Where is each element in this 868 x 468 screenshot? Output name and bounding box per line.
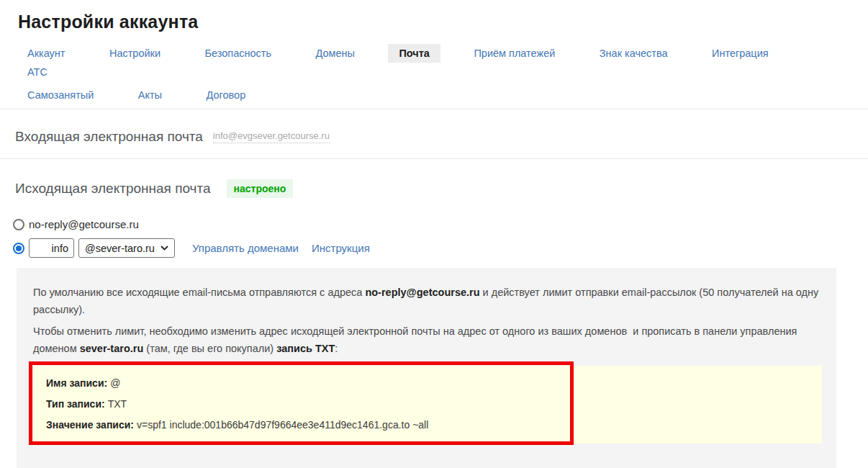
status-badge: настроено: [227, 179, 294, 198]
tab-payments[interactable]: Приём платежей: [474, 44, 555, 63]
tab-contract[interactable]: Договор: [206, 86, 245, 104]
info-box: По умолчанию все исходящие email-письма …: [17, 268, 836, 468]
tab-self-employed[interactable]: Самозанятый: [27, 86, 94, 104]
info-p2-text-2: (там, где вы его покупали): [143, 343, 276, 354]
dns-record-type-row: Тип записи:TXT: [46, 397, 809, 411]
mailbox-name-input[interactable]: [29, 238, 74, 258]
tab-acts[interactable]: Акты: [138, 86, 162, 104]
tab-ats[interactable]: АТС: [27, 63, 48, 81]
dns-record-value-label: Значение записи:: [46, 419, 134, 431]
dns-record-name-label: Имя записи:: [46, 377, 107, 389]
incoming-mail-section: Входящая электронная почта info@evgsever…: [15, 129, 868, 145]
manage-domains-link[interactable]: Управлять доменами: [192, 242, 299, 254]
account-settings-page: Настройки аккаунта Аккаунт Настройки Без…: [0, 0, 868, 468]
tab-security[interactable]: Безопасность: [205, 44, 272, 63]
tab-row-1: Аккаунт Настройки Безопасность Домены По…: [27, 44, 868, 81]
tabs-divider: [0, 109, 868, 109]
dns-record-name-row: Имя записи:@: [46, 376, 809, 390]
info-p1-text: По умолчанию все исходящие email-письма …: [33, 287, 365, 298]
domain-select-value: @sever-taro.ru: [85, 243, 155, 254]
dns-record-box: Имя записи:@ Тип записи:TXT Значение зап…: [33, 366, 822, 444]
dns-record-name-value: @: [110, 377, 120, 389]
tab-domains[interactable]: Домены: [315, 44, 355, 63]
dns-record-value-value: v=spf1 include:001b66b47d97f9664ee3e411d…: [137, 419, 428, 431]
outgoing-mail-section: Исходящая электронная почта настроено: [15, 179, 868, 198]
radio-dot: [16, 246, 22, 251]
tab-quality-mark[interactable]: Знак качества: [600, 44, 668, 63]
tab-mail[interactable]: Почта: [388, 44, 440, 63]
dns-record-type-label: Тип записи:: [46, 398, 105, 410]
info-p1-bold-address: no-reply@getcourse.ru: [365, 287, 479, 298]
dns-record-value-row: Значение записи:v=spf1 include:001b66b47…: [46, 418, 809, 432]
instruction-link[interactable]: Инструкция: [312, 242, 370, 254]
radio-default-address[interactable]: [13, 219, 24, 230]
custom-address-option: @sever-taro.ru Управлять доменами Инстру…: [13, 238, 868, 258]
outgoing-mail-title: Исходящая электронная почта: [15, 181, 211, 197]
tab-account[interactable]: Аккаунт: [27, 44, 65, 63]
chevron-down-icon: [161, 246, 168, 251]
tab-row-2: Самозанятый Акты Договор: [27, 86, 868, 104]
info-paragraph-1: По умолчанию все исходящие email-письма …: [33, 284, 822, 318]
tab-bar: Аккаунт Настройки Безопасность Домены По…: [27, 44, 868, 104]
info-paragraph-2: Чтобы отменить лимит, необходимо изменит…: [33, 323, 822, 357]
default-address-option: no-reply@getcourse.ru: [13, 218, 868, 230]
section-divider: [0, 158, 868, 159]
info-p2-text-3: :: [335, 343, 338, 354]
info-p2-bold-domain: sever-taro.ru: [80, 343, 144, 354]
info-p2-bold-txt: запись TXT: [276, 343, 335, 354]
dns-record-type-value: TXT: [108, 398, 127, 410]
tab-settings[interactable]: Настройки: [109, 44, 161, 63]
radio-custom-address[interactable]: [13, 243, 24, 254]
domain-select[interactable]: @sever-taro.ru: [78, 238, 175, 258]
tab-integration[interactable]: Интеграция: [712, 44, 769, 63]
incoming-mail-title: Входящая электронная почта: [15, 129, 203, 145]
incoming-mail-address[interactable]: info@evgsever.getcourse.ru: [213, 130, 330, 143]
default-address-label[interactable]: no-reply@getcourse.ru: [29, 218, 139, 230]
page-title: Настройки аккаунта: [18, 12, 868, 32]
